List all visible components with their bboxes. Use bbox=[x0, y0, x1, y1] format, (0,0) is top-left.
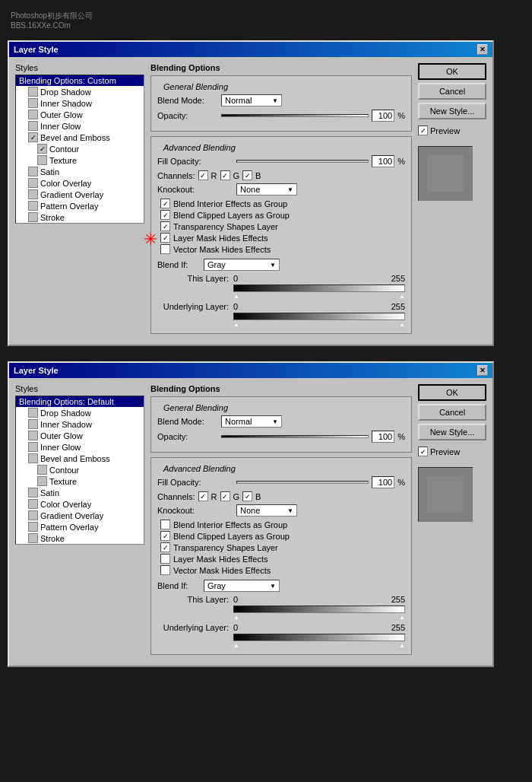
style2-item-inner-shadow[interactable]: Inner Shadow bbox=[16, 418, 144, 430]
inner-shadow-checkbox[interactable] bbox=[28, 98, 38, 108]
satin-checkbox[interactable] bbox=[28, 167, 38, 176]
style-item-texture[interactable]: Texture bbox=[16, 154, 144, 166]
dialog2-transparency-checkbox[interactable] bbox=[160, 542, 170, 552]
style-item-blending-custom[interactable]: Blending Options: Custom bbox=[16, 75, 144, 86]
dialog2-channel-b-checkbox[interactable] bbox=[242, 491, 252, 501]
dialog2-blend-mode-dropdown[interactable]: Normal ▼ bbox=[221, 415, 282, 428]
style2-item-texture[interactable]: Texture bbox=[16, 475, 144, 487]
dialog2-fill-opacity-slider[interactable] bbox=[236, 481, 369, 484]
dialog1-blend-if-dropdown[interactable]: Gray ▼ bbox=[204, 259, 280, 271]
style2-item-contour[interactable]: Contour bbox=[16, 464, 144, 475]
style2-item-drop-shadow[interactable]: Drop Shadow bbox=[16, 407, 144, 418]
dialog2-opacity-slider[interactable] bbox=[221, 435, 369, 438]
dialog2-vector-mask-checkbox[interactable] bbox=[160, 565, 170, 575]
bevel-emboss-checkbox[interactable] bbox=[28, 132, 38, 142]
dialog2-opacity-input[interactable]: 100 bbox=[372, 431, 394, 443]
dialog2-close-button[interactable]: ✕ bbox=[477, 365, 488, 376]
dialog1-fill-opacity-slider[interactable] bbox=[236, 160, 369, 163]
dialog1-blend-mode-dropdown[interactable]: Normal ▼ bbox=[221, 94, 282, 106]
dialog1-blend-clipped-checkbox[interactable] bbox=[160, 210, 170, 220]
dialog2-preview-checkbox[interactable] bbox=[418, 447, 428, 456]
d2-gradient-overlay-checkbox[interactable] bbox=[28, 510, 38, 520]
pattern-overlay-checkbox[interactable] bbox=[28, 201, 38, 211]
dialog2-blend-interior-checkbox[interactable] bbox=[160, 520, 170, 529]
dialog2-fill-opacity-input[interactable]: 100 bbox=[372, 476, 394, 488]
style2-item-stroke[interactable]: Stroke bbox=[16, 532, 144, 544]
color-overlay-checkbox[interactable] bbox=[28, 178, 38, 188]
dialog1-opacity-input[interactable]: 100 bbox=[372, 110, 394, 122]
style-item-gradient-overlay[interactable]: Gradient Overlay bbox=[16, 189, 144, 200]
inner-glow-checkbox[interactable] bbox=[28, 121, 38, 131]
d2-drop-shadow-checkbox[interactable] bbox=[28, 408, 38, 418]
dialog1-underlying-slider[interactable] bbox=[233, 313, 405, 320]
d2-color-overlay-checkbox[interactable] bbox=[28, 499, 38, 509]
dialog2-new-style-button[interactable]: New Style... bbox=[418, 424, 486, 440]
dialog1-channel-b-checkbox[interactable] bbox=[242, 170, 252, 180]
style2-item-blending-default[interactable]: Blending Options: Default bbox=[16, 396, 144, 407]
d2-this-layer-left-handle-icon[interactable]: ▲ bbox=[233, 614, 239, 621]
style-item-contour[interactable]: Contour bbox=[16, 143, 144, 154]
style-item-color-overlay[interactable]: Color Overlay bbox=[16, 177, 144, 189]
underlying-right-handle-icon[interactable]: ▲ bbox=[399, 321, 405, 328]
d2-texture-checkbox[interactable] bbox=[37, 476, 47, 486]
dialog1-channel-g-checkbox[interactable] bbox=[220, 170, 230, 180]
dialog2-knockout-dropdown[interactable]: None ▼ bbox=[236, 504, 297, 517]
style2-item-bevel-emboss[interactable]: Bevel and Emboss bbox=[16, 453, 144, 464]
dialog1-cancel-button[interactable]: Cancel bbox=[418, 83, 486, 100]
style-item-outer-glow[interactable]: Outer Glow bbox=[16, 109, 144, 120]
style2-item-inner-glow[interactable]: Inner Glow bbox=[16, 441, 144, 453]
d2-pattern-overlay-checkbox[interactable] bbox=[28, 522, 38, 532]
drop-shadow-checkbox[interactable] bbox=[28, 87, 38, 97]
texture-checkbox[interactable] bbox=[37, 155, 47, 165]
dialog1-vector-mask-checkbox[interactable] bbox=[160, 244, 170, 254]
gradient-overlay-checkbox[interactable] bbox=[28, 189, 38, 199]
style-item-inner-glow[interactable]: Inner Glow bbox=[16, 120, 144, 132]
dialog1-close-button[interactable]: ✕ bbox=[477, 44, 488, 55]
d2-inner-glow-checkbox[interactable] bbox=[28, 442, 38, 452]
dialog2-ok-button[interactable]: OK bbox=[418, 384, 486, 401]
d2-this-layer-right-handle-icon[interactable]: ▲ bbox=[399, 614, 405, 621]
style2-item-outer-glow[interactable]: Outer Glow bbox=[16, 430, 144, 441]
dialog2-blend-clipped-checkbox[interactable] bbox=[160, 531, 170, 541]
dialog2-underlying-slider[interactable] bbox=[233, 634, 405, 641]
d2-stroke-checkbox[interactable] bbox=[28, 533, 38, 543]
dialog1-preview-checkbox[interactable] bbox=[418, 126, 428, 135]
dialog1-channel-r-checkbox[interactable] bbox=[198, 170, 208, 180]
d2-inner-shadow-checkbox[interactable] bbox=[28, 419, 38, 429]
d2-underlying-left-handle-icon[interactable]: ▲ bbox=[233, 642, 239, 649]
d2-underlying-right-handle-icon[interactable]: ▲ bbox=[399, 642, 405, 649]
dialog2-blend-if-dropdown[interactable]: Gray ▼ bbox=[204, 580, 280, 592]
style-item-pattern-overlay[interactable]: Pattern Overlay bbox=[16, 200, 144, 211]
d2-bevel-emboss-checkbox[interactable] bbox=[28, 453, 38, 463]
dialog1-ok-button[interactable]: OK bbox=[418, 63, 486, 80]
dialog1-transparency-checkbox[interactable] bbox=[160, 221, 170, 231]
dialog1-this-layer-slider[interactable] bbox=[233, 285, 405, 292]
style-item-bevel-emboss[interactable]: Bevel and Emboss bbox=[16, 132, 144, 143]
style-item-satin[interactable]: Satin bbox=[16, 166, 144, 177]
underlying-left-handle-icon[interactable]: ▲ bbox=[233, 321, 239, 328]
dialog2-channel-r-checkbox[interactable] bbox=[198, 491, 208, 501]
dialog2-cancel-button[interactable]: Cancel bbox=[418, 404, 486, 421]
style2-item-pattern-overlay[interactable]: Pattern Overlay bbox=[16, 521, 144, 532]
dialog1-blend-interior-checkbox[interactable] bbox=[160, 199, 170, 208]
this-layer-left-handle-icon[interactable]: ▲ bbox=[233, 293, 239, 300]
dialog1-new-style-button[interactable]: New Style... bbox=[418, 103, 486, 119]
style-item-stroke[interactable]: Stroke bbox=[16, 211, 144, 223]
this-layer-right-handle-icon[interactable]: ▲ bbox=[399, 293, 405, 300]
stroke-checkbox[interactable] bbox=[28, 212, 38, 222]
dialog2-layer-mask-checkbox[interactable] bbox=[160, 554, 170, 564]
style2-item-satin[interactable]: Satin bbox=[16, 487, 144, 498]
d2-satin-checkbox[interactable] bbox=[28, 488, 38, 497]
d2-outer-glow-checkbox[interactable] bbox=[28, 431, 38, 440]
dialog1-layer-mask-checkbox[interactable] bbox=[160, 233, 170, 243]
dialog1-knockout-dropdown[interactable]: None ▼ bbox=[236, 183, 297, 196]
style-item-drop-shadow[interactable]: Drop Shadow bbox=[16, 86, 144, 97]
contour-checkbox[interactable] bbox=[37, 144, 47, 154]
dialog1-fill-opacity-input[interactable]: 100 bbox=[372, 155, 394, 167]
dialog2-this-layer-slider[interactable] bbox=[233, 606, 405, 613]
outer-glow-checkbox[interactable] bbox=[28, 110, 38, 119]
dialog2-channel-g-checkbox[interactable] bbox=[220, 491, 230, 501]
style2-item-color-overlay[interactable]: Color Overlay bbox=[16, 498, 144, 510]
dialog1-opacity-slider[interactable] bbox=[221, 114, 369, 117]
style-item-inner-shadow[interactable]: Inner Shadow bbox=[16, 97, 144, 109]
